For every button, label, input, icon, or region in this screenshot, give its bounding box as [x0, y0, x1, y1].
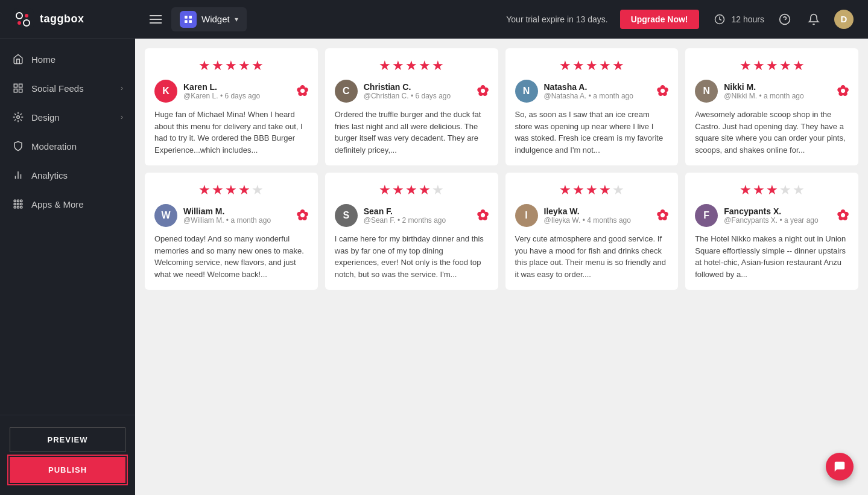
reviewer-handle: @Natasha A. • a month ago [544, 92, 633, 100]
sidebar-item-design[interactable]: Design › [0, 103, 135, 132]
clock-icon [711, 11, 728, 28]
yelp-icon: ✿ [477, 207, 489, 224]
hamburger-menu[interactable] [150, 15, 162, 24]
star-filled: ★ [612, 58, 624, 74]
reviewer-handle: @Nikki M. • a month ago [724, 92, 803, 100]
reviewer-handle: @Sean F. • 2 months ago [364, 216, 446, 225]
publish-button[interactable]: PUBLISH [10, 457, 125, 483]
star-rating: ★★★★★ [695, 182, 849, 198]
svg-rect-8 [14, 89, 17, 92]
review-text: Very cute atmosphere and good service. I… [515, 233, 669, 280]
reviewer-details: Nikki M. @Nikki M. • a month ago [724, 82, 803, 100]
yelp-icon: ✿ [477, 83, 489, 100]
review-text: Opened today! And so many wonderful memo… [154, 233, 308, 280]
sidebar-item-moderation[interactable]: Moderation [0, 132, 135, 161]
star-filled: ★ [225, 182, 237, 198]
review-text: Awesomely adorable scoop shop in the Cas… [695, 109, 849, 156]
widget-label: Widget [201, 14, 230, 24]
yelp-icon: ✿ [837, 207, 849, 224]
sidebar-item-social-feeds[interactable]: Social Feeds › [0, 74, 135, 103]
yelp-icon: ✿ [296, 83, 308, 100]
help-icon[interactable] [776, 11, 793, 28]
content-area: ★★★★★ K Karen L. @Karen L. • 6 days ago … [135, 39, 868, 495]
design-icon [12, 111, 24, 123]
home-icon [12, 53, 24, 65]
taggbox-logo-icon [12, 8, 34, 30]
header: Widget ▾ Your trial expire in 13 days. U… [135, 0, 868, 39]
hamburger-line-1 [150, 15, 162, 16]
reviewer-name: Nikki M. [724, 82, 803, 92]
star-filled: ★ [740, 58, 752, 74]
svg-rect-23 [189, 16, 192, 19]
reviewer-info: C Christian C. @Christian C. • 6 days ag… [335, 80, 451, 103]
sidebar-item-home-label: Home [31, 54, 55, 65]
reviewer-details: Karen L. @Karen L. • 6 days ago [183, 82, 260, 100]
sidebar-item-apps-more[interactable]: Apps & More [0, 190, 135, 219]
star-filled: ★ [753, 58, 765, 74]
header-left: Widget ▾ [150, 7, 247, 31]
notification-icon[interactable] [805, 11, 822, 28]
star-filled: ★ [198, 58, 211, 74]
svg-rect-15 [21, 200, 22, 202]
svg-rect-13 [14, 200, 16, 202]
svg-rect-16 [14, 203, 16, 205]
star-filled: ★ [572, 58, 584, 74]
chat-bubble[interactable] [826, 453, 854, 481]
svg-rect-6 [19, 84, 22, 87]
reviews-grid: ★★★★★ K Karen L. @Karen L. • 6 days ago … [145, 48, 858, 290]
review-text: Huge fan of Michael Mina! When I heard a… [154, 109, 308, 156]
reviewer-row: C Christian C. @Christian C. • 6 days ag… [335, 80, 489, 103]
reviewer-info: N Natasha A. @Natasha A. • a month ago [515, 80, 633, 103]
review-card: ★★★★★ S Sean F. @Sean F. • 2 months ago … [325, 173, 498, 290]
reviewer-name: Christian C. [364, 82, 451, 92]
reviewer-info: S Sean F. @Sean F. • 2 months ago [335, 204, 446, 227]
reviewer-handle: @Christian C. • 6 days ago [364, 92, 451, 100]
reviewer-details: Christian C. @Christian C. • 6 days ago [364, 82, 451, 100]
svg-point-2 [25, 14, 28, 18]
star-rating: ★★★★★ [515, 182, 669, 198]
svg-rect-20 [17, 206, 19, 208]
review-card: ★★★★★ K Karen L. @Karen L. • 6 days ago … [145, 48, 318, 165]
star-filled: ★ [559, 58, 571, 74]
star-filled: ★ [740, 182, 752, 198]
star-rating: ★★★★★ [515, 58, 669, 74]
sidebar-item-analytics[interactable]: Analytics [0, 161, 135, 190]
svg-rect-5 [14, 84, 17, 87]
reviewer-details: Ileyka W. @Ileyka W. • 4 months ago [544, 206, 631, 225]
reviewer-info: N Nikki M. @Nikki M. • a month ago [695, 80, 803, 103]
widget-chevron-icon: ▾ [235, 15, 238, 24]
star-filled: ★ [599, 58, 611, 74]
reviewer-details: William M. @William M. • a month ago [183, 206, 271, 225]
sidebar-item-home[interactable]: Home [0, 45, 135, 74]
star-filled: ★ [766, 182, 778, 198]
reviewer-handle: @Karen L. • 6 days ago [183, 92, 260, 100]
star-filled: ★ [405, 58, 417, 74]
reviewer-name: Sean F. [364, 206, 446, 216]
star-filled: ★ [198, 182, 211, 198]
sidebar: taggbox Home [0, 0, 135, 495]
star-filled: ★ [379, 182, 391, 198]
star-filled: ★ [753, 182, 765, 198]
star-filled: ★ [572, 182, 584, 198]
reviewer-row: N Natasha A. @Natasha A. • a month ago ✿ [515, 80, 669, 103]
reviewer-name: William M. [183, 206, 271, 216]
star-filled: ★ [559, 182, 571, 198]
star-empty: ★ [432, 182, 444, 198]
preview-button[interactable]: PREVIEW [10, 427, 125, 452]
reviewer-row: W William M. @William M. • a month ago ✿ [154, 204, 308, 227]
sidebar-item-apps-more-label: Apps & More [31, 199, 84, 209]
reviewer-details: Fancypants X. @Fancypants X. • a year ag… [724, 206, 818, 225]
star-filled: ★ [586, 182, 598, 198]
widget-selector[interactable]: Widget ▾ [171, 7, 247, 31]
reviewer-info: F Fancypants X. @Fancypants X. • a year … [695, 204, 818, 227]
review-card: ★★★★★ N Nikki M. @Nikki M. • a month ago… [685, 48, 858, 165]
star-filled: ★ [419, 182, 431, 198]
svg-rect-18 [21, 203, 22, 205]
star-filled: ★ [405, 182, 417, 198]
upgrade-button[interactable]: Upgrade Now! [620, 10, 699, 29]
sidebar-item-social-feeds-label: Social Feeds [31, 83, 84, 94]
user-avatar[interactable]: D [834, 10, 854, 29]
time-label: 12 hours [732, 14, 764, 24]
review-card: ★★★★★ W William M. @William M. • a month… [145, 173, 318, 290]
svg-rect-17 [17, 203, 19, 205]
